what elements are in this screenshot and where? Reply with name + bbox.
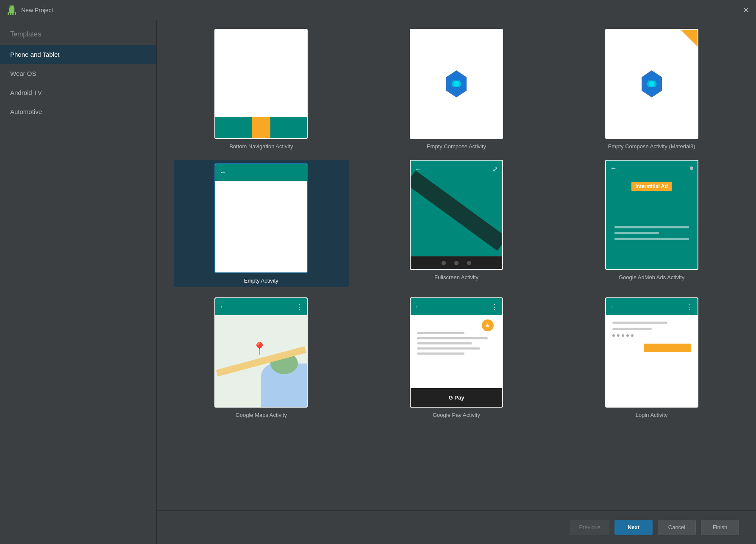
maps-pin-icon: 📍: [252, 341, 267, 355]
cancel-button[interactable]: Cancel: [658, 520, 696, 535]
admob-line-3: [614, 238, 689, 240]
login-dot-1: [612, 334, 615, 337]
template-login[interactable]: ← ⋮: [564, 297, 739, 418]
nav-seg3: [270, 117, 307, 138]
gpay-back-icon: ←: [415, 303, 422, 311]
template-label-maps: Google Maps Activity: [236, 412, 287, 418]
template-label-admob: Google AdMob Ads Activity: [619, 274, 684, 280]
thumb-gpay: ← ⋮ ★: [411, 298, 502, 407]
templates-grid: Bottom Navigation Activity: [157, 20, 756, 510]
gpay-button-bar: G Pay: [411, 388, 502, 407]
template-thumbnail-empty-compose: [410, 29, 503, 139]
template-gpay[interactable]: ← ⋮ ★: [369, 297, 544, 418]
maps-menu-icon: ⋮: [296, 303, 303, 311]
thumb-empty-compose: [411, 30, 502, 138]
login-dots: [612, 334, 691, 337]
previous-button[interactable]: Previous: [570, 520, 609, 535]
nav-dot-3: [467, 261, 471, 265]
empty-action-bar: ←: [215, 164, 307, 181]
template-thumbnail-empty-activity: ←: [214, 163, 308, 273]
template-thumbnail-fullscreen: ← ⤢: [410, 160, 503, 270]
svg-point-5: [649, 81, 654, 87]
template-thumbnail-bottom-nav: [214, 29, 308, 139]
sidebar-item-automotive[interactable]: Automotive: [0, 102, 156, 121]
login-back-icon: ←: [610, 303, 617, 311]
template-empty-compose-m3[interactable]: Empty Compose Activity (Material3): [564, 29, 739, 150]
sidebar: Templates Phone and Tablet Wear OS Andro…: [0, 20, 157, 544]
finish-button[interactable]: Finish: [701, 520, 739, 535]
gpay-content: ★: [417, 319, 496, 358]
admob-action-bar: ←: [606, 161, 698, 175]
bottom-bar: Previous Next Cancel Finish: [157, 510, 756, 544]
svg-point-2: [454, 81, 459, 87]
title-bar: New Project ✕: [0, 0, 756, 20]
template-admob[interactable]: ← Interstitial Ad Google AdMob Ads Acti: [564, 160, 739, 287]
admob-line-2: [614, 232, 659, 234]
sidebar-item-wear-os[interactable]: Wear OS: [0, 64, 156, 83]
sidebar-item-android-tv[interactable]: Android TV: [0, 83, 156, 102]
template-empty-compose[interactable]: Empty Compose Activity: [369, 29, 544, 150]
nav-seg1: [215, 117, 252, 138]
interstitial-ad-label: Interstitial Ad: [631, 182, 672, 191]
fullscreen-bottom-bar: [411, 256, 502, 269]
login-dot-4: [626, 334, 629, 337]
nav-bar: [215, 117, 307, 138]
main-content: Templates Phone and Tablet Wear OS Andro…: [0, 20, 756, 544]
login-line-1: [612, 322, 667, 324]
maps-back-icon: ←: [220, 303, 226, 311]
login-btn: [644, 344, 691, 352]
nav-dot-1: [442, 261, 446, 265]
template-maps[interactable]: ← ⋮ 📍 Google Maps Activity: [174, 297, 349, 418]
fullscreen-diagonal-svg: [411, 161, 502, 269]
login-dot-3: [622, 334, 624, 337]
content-area: Bottom Navigation Activity: [157, 20, 756, 544]
window-title: New Project: [21, 7, 743, 14]
template-label-bottom-nav: Bottom Navigation Activity: [229, 143, 293, 150]
admob-lines: [614, 226, 689, 244]
gpay-logo: G Pay: [449, 394, 464, 401]
template-bottom-nav[interactable]: Bottom Navigation Activity: [174, 29, 349, 150]
template-thumbnail-login: ← ⋮: [605, 297, 698, 408]
thumb-login: ← ⋮: [606, 298, 698, 407]
template-label-login: Login Activity: [636, 412, 668, 418]
close-button[interactable]: ✕: [743, 6, 749, 15]
thumb-bottom-nav: [215, 30, 307, 138]
sidebar-header: Templates: [0, 27, 156, 45]
gpay-star-icon: ★: [482, 319, 494, 331]
template-label-empty-compose: Empty Compose Activity: [427, 143, 486, 150]
next-button[interactable]: Next: [614, 520, 653, 535]
template-thumbnail-empty-compose-m3: [605, 29, 698, 139]
android-compose-logo: [439, 67, 473, 101]
thumb-maps: ← ⋮ 📍: [215, 298, 307, 407]
svg-line-6: [411, 177, 502, 244]
login-dot-5: [631, 334, 634, 337]
admob-line-1: [614, 226, 689, 228]
sidebar-item-phone-tablet[interactable]: Phone and Tablet: [0, 45, 156, 64]
admob-back-icon: ←: [610, 164, 617, 172]
template-label-empty-activity: Empty Activity: [244, 278, 278, 284]
android-icon: [7, 5, 17, 15]
gpay-line-3: [417, 342, 472, 344]
nav-seg2: [252, 117, 270, 138]
template-label-gpay: Google Pay Activity: [433, 412, 480, 418]
login-menu-icon: ⋮: [687, 303, 693, 311]
thumb-fullscreen: ← ⤢: [411, 161, 502, 269]
admob-dot-icon: [690, 167, 693, 170]
corner-badge: [681, 30, 698, 47]
template-thumbnail-gpay: ← ⋮ ★: [410, 297, 503, 408]
gpay-line-2: [417, 337, 488, 339]
template-empty-activity[interactable]: ← Empty Activity: [174, 160, 349, 287]
back-arrow-icon: ←: [220, 169, 226, 176]
template-thumbnail-maps: ← ⋮ 📍: [214, 297, 308, 408]
template-fullscreen[interactable]: ← ⤢ Ful: [369, 160, 544, 287]
template-thumbnail-admob: ← Interstitial Ad: [605, 160, 698, 270]
template-label-empty-compose-m3: Empty Compose Activity (Material3): [608, 143, 695, 150]
template-label-fullscreen: Fullscreen Activity: [434, 274, 478, 280]
nav-dot-2: [454, 261, 459, 265]
gpay-action-bar: ← ⋮: [411, 298, 502, 315]
maps-action-bar: ← ⋮: [215, 298, 307, 315]
login-action-bar: ← ⋮: [606, 298, 698, 315]
thumb-admob: ← Interstitial Ad: [606, 161, 698, 269]
gpay-menu-icon: ⋮: [491, 303, 498, 311]
android-compose-m3-logo: [635, 67, 669, 101]
